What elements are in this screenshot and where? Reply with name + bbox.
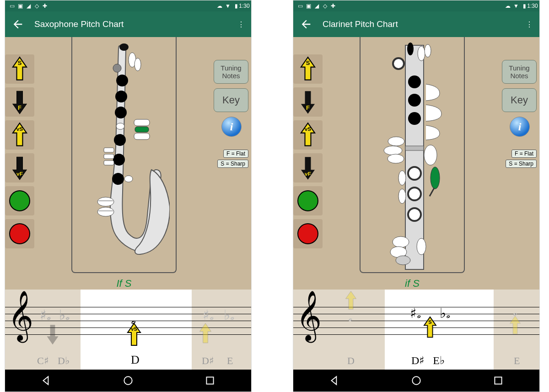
saxophone-diagram — [78, 42, 170, 270]
svg-point-43 — [424, 145, 437, 165]
wifi-icon: ▼ — [225, 3, 231, 9]
staff-zone[interactable]: 𝄞 𝅗 ♯𝅗 ♭𝅗 S 𝅗 D D♯ E♭ E — [293, 290, 539, 370]
tuning-notes-button[interactable]: Tuning Notes — [502, 60, 537, 84]
tuning-notes-button[interactable]: Tuning Notes — [214, 60, 248, 84]
note-label-current: D♯ E♭ — [411, 354, 445, 367]
svg-point-53 — [417, 238, 426, 255]
sharp-up-button[interactable]: S — [5, 54, 34, 84]
tuning-tag: if S — [405, 278, 420, 290]
note-current-sharp: ♯𝅗 — [410, 305, 417, 322]
svg-rect-32 — [405, 146, 424, 150]
status-bar: ▭ ▣ ◢ ◇ ✚ ☁ ▼ ▮ 1:30 — [293, 0, 539, 11]
clarinet-diagram — [366, 41, 458, 274]
svg-point-12 — [114, 134, 126, 146]
fingering-frame — [360, 37, 465, 273]
svg-rect-19 — [135, 127, 149, 132]
tuning-marker-faded-icon — [197, 322, 214, 345]
svg-text:vF: vF — [305, 171, 311, 177]
status-icon: ▭ — [9, 3, 15, 9]
tuning-marker-faded-left-icon — [44, 322, 61, 345]
nav-home-icon[interactable] — [410, 375, 422, 387]
key-button[interactable]: Key — [214, 88, 248, 112]
status-icon: ◢ — [313, 3, 320, 9]
svg-point-23 — [124, 176, 133, 182]
flat-down-button[interactable]: F — [5, 87, 34, 117]
legend-flat: F = Flat — [511, 150, 537, 158]
battery-icon: ▮ — [233, 3, 239, 9]
svg-point-8 — [116, 75, 128, 86]
back-icon[interactable] — [11, 18, 24, 31]
tuning-marker-icon: S — [421, 316, 439, 340]
stop-button[interactable] — [5, 219, 34, 248]
status-icon: ▣ — [17, 3, 23, 9]
left-button-column: S F vS vF — [5, 37, 36, 290]
svg-rect-56 — [495, 377, 502, 384]
svg-point-42 — [388, 154, 404, 163]
nav-back-icon[interactable] — [328, 375, 340, 387]
status-icon: ◇ — [322, 3, 328, 9]
in-tune-button[interactable] — [293, 186, 323, 215]
svg-text:vS: vS — [16, 126, 23, 132]
svg-text:S: S — [18, 59, 22, 66]
info-button[interactable]: i — [510, 117, 530, 137]
status-icon: ◢ — [25, 3, 32, 9]
svg-point-41 — [384, 146, 402, 155]
sharp-up-button[interactable]: S — [293, 54, 323, 84]
overflow-menu-icon[interactable]: ⋮ — [234, 20, 245, 29]
svg-text:F: F — [18, 104, 22, 111]
nav-home-icon[interactable] — [122, 375, 134, 387]
app-bar: Saxophone Pitch Chart ⋮ — [5, 11, 251, 37]
note-label-prev2: D♭ — [58, 355, 70, 367]
svg-point-52 — [396, 256, 410, 265]
main-content: S F vS vF — [293, 37, 539, 290]
svg-text:S: S — [306, 59, 310, 66]
status-bar: ▭ ▣ ◢ ◇ ✚ ☁ ▼ ▮ 1:30 — [5, 0, 251, 11]
svg-point-4 — [119, 43, 129, 51]
clock: 1:30 — [529, 3, 536, 9]
staff-zone[interactable]: 𝄞 ♯𝅗 ♭𝅗 𝅗 vS ♯𝅗 ♭𝅗 C♯ D♭ D D♯ E — [5, 290, 251, 370]
svg-point-7 — [113, 64, 121, 72]
status-icon: ▣ — [305, 3, 312, 9]
svg-rect-20 — [134, 133, 150, 140]
nav-recent-icon[interactable] — [204, 375, 216, 387]
info-button[interactable]: i — [221, 117, 242, 137]
svg-point-37 — [408, 75, 421, 88]
svg-text:vF: vF — [16, 171, 23, 177]
tuning-marker-faded-right-icon — [507, 315, 523, 336]
tuning-tag: If S — [116, 278, 131, 290]
stop-button[interactable] — [293, 219, 323, 248]
wifi-icon: ▼ — [513, 3, 519, 9]
svg-point-25 — [124, 376, 132, 384]
svg-point-9 — [115, 91, 127, 102]
legend: F = Flat S = Sharp — [217, 150, 248, 168]
very-sharp-up-button[interactable]: vS — [5, 120, 34, 150]
svg-point-49 — [398, 189, 406, 204]
fingering-panel: If S — [36, 37, 212, 290]
svg-rect-16 — [104, 154, 114, 159]
tuning-marker-faded-icon — [343, 290, 359, 311]
svg-point-39 — [408, 112, 421, 125]
very-sharp-up-button[interactable]: vS — [293, 120, 323, 150]
fingering-frame — [71, 37, 177, 273]
tuning-marker-icon: vS — [125, 322, 143, 348]
note-prev: ♯𝅗 — [40, 307, 47, 323]
svg-point-14 — [112, 173, 124, 185]
svg-point-11 — [116, 123, 124, 129]
right-button-column: Tuning Notes Key i F = Flat S = Sharp — [500, 37, 539, 290]
back-icon[interactable] — [300, 18, 312, 31]
note-label-next: D♯ — [202, 355, 214, 367]
page-title: Saxophone Pitch Chart — [34, 19, 234, 29]
svg-point-6 — [135, 58, 141, 71]
overflow-menu-icon[interactable]: ⋮ — [522, 20, 533, 29]
very-flat-down-button[interactable]: vF — [293, 153, 323, 183]
nav-back-icon[interactable] — [40, 375, 52, 387]
legend-flat: F = Flat — [223, 150, 248, 158]
flat-down-button[interactable]: F — [293, 87, 323, 117]
very-flat-down-button[interactable]: vF — [5, 153, 34, 183]
key-button[interactable]: Key — [502, 88, 537, 112]
svg-point-38 — [408, 94, 421, 107]
nav-recent-icon[interactable] — [492, 375, 504, 387]
note-prev2: ♭𝅗 — [59, 307, 65, 323]
in-tune-button[interactable] — [5, 186, 34, 215]
svg-point-50 — [393, 236, 409, 247]
